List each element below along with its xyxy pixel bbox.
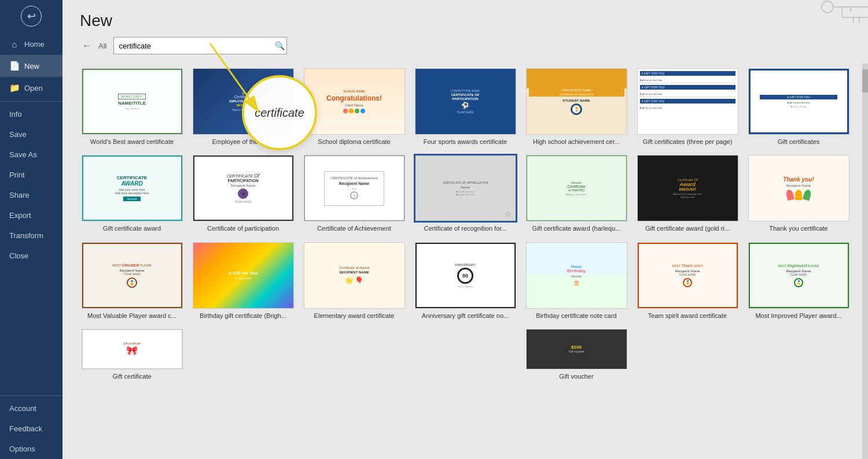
template-thumb: Gift certificate 🎀: [82, 329, 183, 369]
template-gold[interactable]: Certificate Of Award AMOUNT Add your tex…: [635, 155, 740, 232]
template-thumb: CERTIFICATE of Achievement Recipient Nam…: [304, 155, 405, 221]
template-gift-voucher[interactable]: Gift certificate 🎀 Gift certificate: [80, 329, 184, 380]
template-recognition[interactable]: CERTIFICATE OF APPRECIATION Name Add you…: [413, 155, 517, 232]
share-label: Share: [9, 191, 30, 199]
transform-label: Transform: [9, 231, 43, 240]
home-icon: ⌂: [9, 39, 20, 49]
sidebar-nav: ⌂ Home 📄 New 📁 Open Info Save Save As Pr…: [0, 31, 62, 459]
sidebar-item-save[interactable]: Save: [0, 124, 62, 145]
template-team-spirit[interactable]: MOST Team SPIRIT Recipient Name TEAM NAM…: [635, 242, 740, 320]
template-school-diploma[interactable]: SCHOOL NAME Congratulations! Child Name …: [302, 68, 406, 146]
templates-area: WORLD'S BEST NAME/TITLE Your text here W…: [62, 62, 868, 459]
sidebar-item-share[interactable]: Share: [0, 185, 62, 205]
sidebar-item-save-as[interactable]: Save As: [0, 145, 62, 165]
template-anniversary[interactable]: ANNIVERSARY 00 Years Together Anniversar…: [413, 242, 517, 320]
template-thumb: MOST Valuable PLAYER Recipient Name TEAM…: [82, 242, 183, 309]
scrollbar-track[interactable]: [862, 64, 868, 459]
template-gift3[interactable]: A GIFT FOR YOU A gift for you text here …: [635, 68, 740, 146]
template-gift-single[interactable]: A GIFT FOR YOU A gift for you text here …: [746, 68, 851, 146]
account-label: Account: [9, 404, 36, 413]
sidebar-item-account[interactable]: Account: [0, 398, 62, 419]
template-thumb: MOST Team SPIRIT Recipient Name TEAM NAM…: [637, 242, 738, 309]
template-label: Elementary award certificate: [314, 312, 395, 320]
template-label: Thank you certificate: [769, 224, 828, 232]
template-label: Certificate of Achievement: [317, 224, 391, 232]
template-thumb: Amount Certificate of AWARD Add your nam…: [526, 155, 627, 221]
template-most-improved[interactable]: MOST Improved PLAYER Recipient Name TEAM…: [746, 242, 851, 320]
print-label: Print: [9, 171, 25, 179]
sidebar-item-home[interactable]: ⌂ Home: [0, 34, 62, 55]
template-label: Birthday certificate note card: [536, 312, 616, 320]
template-label: School diploma certificate: [318, 138, 390, 146]
template-highschool[interactable]: HIGH SCHOOL NAME CERTIFICATE OF EXCELLEN…: [524, 68, 628, 146]
search-icon: 🔍: [275, 41, 285, 50]
saveas-label: Save As: [9, 150, 37, 159]
back-icon: ↩: [27, 10, 36, 23]
template-worlds-best[interactable]: WORLD'S BEST NAME/TITLE Your text here W…: [80, 68, 184, 146]
template-label: Birthday gift certificate (Brigh...: [200, 312, 286, 320]
back-arrow-icon: ←: [82, 40, 91, 50]
search-input[interactable]: [113, 37, 287, 54]
template-label: Gift certificate award: [103, 224, 161, 232]
template-label: Anniversary gift certificate no...: [422, 312, 509, 320]
template-thumb: ANNIVERSARY 00 Years Together: [415, 242, 516, 309]
template-thumb: WORLD'S BEST NAME/TITLE Your text here: [82, 68, 183, 135]
options-label: Options: [9, 445, 35, 453]
sidebar-divider-2: [0, 395, 62, 396]
template-award-teal[interactable]: CERTIFICATE AWARD Add your name here Add…: [80, 155, 184, 232]
template-birthday-note[interactable]: Happy Birthday Amount 🎂 Birthday certifi…: [524, 242, 628, 320]
back-button[interactable]: ↩: [21, 6, 42, 27]
sidebar-item-options[interactable]: Options: [0, 439, 62, 459]
template-label: Most Improved Player award...: [755, 312, 841, 320]
sidebar-item-info[interactable]: Info: [0, 104, 62, 124]
template-thumb: Certificate of Award RECIPIENT NAME 🌟 🎈: [304, 242, 405, 309]
sidebar-item-open[interactable]: 📁 Open: [0, 77, 62, 99]
template-label: Team spirit award certificate: [648, 312, 727, 320]
sidebar-item-new[interactable]: 📄 New: [0, 55, 62, 77]
sidebar-item-export[interactable]: Export: [0, 205, 62, 225]
template-achievement[interactable]: CERTIFICATE of Achievement Recipient Nam…: [302, 155, 406, 232]
template-elementary[interactable]: Certificate of Award RECIPIENT NAME 🌟 🎈 …: [302, 242, 406, 320]
template-empty-2: [302, 329, 406, 380]
search-button[interactable]: 🔍: [275, 41, 285, 50]
template-mvp[interactable]: MOST Valuable PLAYER Recipient Name TEAM…: [80, 242, 184, 320]
template-thumb: A Gift for You Recipient Name: [193, 242, 294, 309]
template-label: Four sports awards certificate: [424, 138, 507, 146]
template-harlequin[interactable]: Amount Certificate of AWARD Add your nam…: [524, 155, 628, 232]
template-label: Gift voucher: [559, 372, 593, 380]
close-label: Close: [9, 251, 28, 260]
template-sports[interactable]: COMPETITION NAME CERTIFICATE OF PARTICIP…: [413, 68, 517, 146]
template-thumb: COMPETITION NAME CERTIFICATE OF PARTICIP…: [415, 68, 516, 135]
template-thumb: SCHOOL NAME Congratulations! Child Name: [304, 68, 405, 135]
scrollbar-thumb[interactable]: [862, 69, 868, 92]
template-thankyou[interactable]: Thank you! Recipient Name Thank you cert…: [746, 155, 851, 232]
export-label: Export: [9, 211, 31, 220]
sidebar-item-label: Home: [24, 40, 45, 49]
search-back-button[interactable]: ←: [80, 38, 94, 53]
sidebar-item-label: Open: [24, 84, 43, 92]
sidebar-item-transform[interactable]: Transform: [0, 225, 62, 246]
search-bar: ← All 🔍: [80, 37, 851, 54]
template-gift-voucher2[interactable]: $100 Gift voucher Gift voucher: [524, 329, 628, 380]
template-label: Certificate of participation: [207, 224, 279, 232]
sidebar-item-print[interactable]: Print: [0, 165, 62, 185]
favorite-icon[interactable]: ☆: [505, 209, 512, 219]
template-thumb-selected: CERTIFICATE OF APPRECIATION Name Add you…: [415, 155, 516, 221]
template-thumb: $100 Gift voucher: [526, 329, 627, 369]
open-icon: 📁: [9, 83, 20, 93]
template-thumb: Happy Birthday Amount 🎂: [526, 242, 627, 309]
sidebar-item-close[interactable]: Close: [0, 246, 62, 266]
search-input-wrapper: 🔍: [113, 37, 287, 54]
template-empty-3: [413, 329, 517, 380]
templates-grid: WORLD'S BEST NAME/TITLE Your text here W…: [80, 68, 851, 380]
template-birthday-bright[interactable]: A Gift for You Recipient Name Birthday g…: [191, 242, 295, 320]
page-title: New: [80, 12, 851, 30]
feedback-label: Feedback: [9, 424, 42, 433]
template-thumb: A GIFT FOR YOU A gift for you text here …: [748, 68, 849, 135]
template-thumb: Thank you! Recipient Name: [748, 155, 849, 221]
template-participation[interactable]: CERTIFICATE Of PARTICIPATION Recipient N…: [191, 155, 295, 232]
sidebar-item-feedback[interactable]: Feedback: [0, 419, 62, 439]
info-label: Info: [9, 110, 22, 119]
template-thumb: CERTIFICATE Of PARTICIPATION Recipient N…: [193, 155, 294, 221]
template-label: Certificate of recognition for...: [424, 224, 506, 232]
